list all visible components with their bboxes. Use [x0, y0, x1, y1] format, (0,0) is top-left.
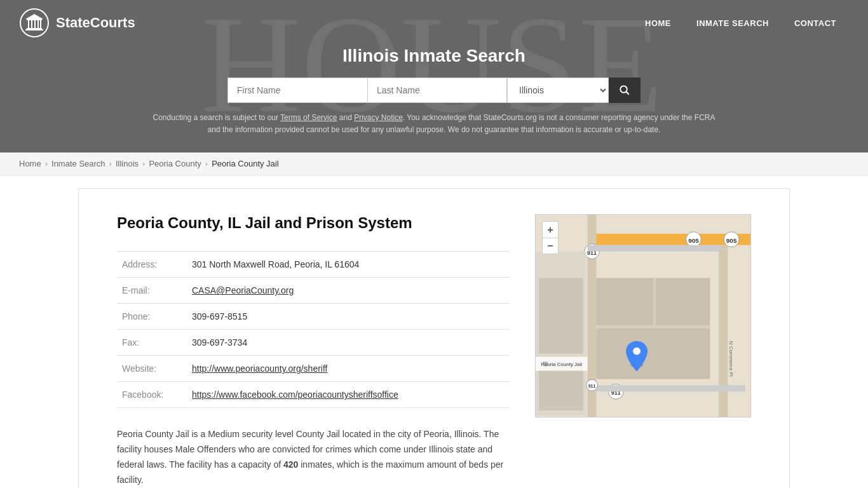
svg-line-11 — [626, 92, 629, 95]
nav-inmate-search[interactable]: INMATE SEARCH — [684, 15, 782, 32]
map-zoom-out[interactable]: − — [542, 238, 559, 254]
svg-text:905: 905 — [688, 237, 699, 244]
email-label: E-mail: — [117, 278, 187, 304]
breadcrumb-peoria-county[interactable]: Peoria County — [149, 159, 201, 168]
facility-details-table: Address: 301 North Maxwell Road, Peoria,… — [117, 251, 510, 408]
description-capacity: 420 — [283, 459, 298, 470]
svg-text:⊞: ⊞ — [543, 360, 548, 367]
top-navigation: StateCourts HOME INMATE SEARCH CONTACT — [0, 0, 868, 46]
svg-rect-36 — [588, 386, 745, 392]
page-title: Illinois Inmate Search — [13, 46, 855, 66]
disclaimer-text: Conducting a search is subject to our Te… — [148, 112, 720, 146]
email-link[interactable]: CASA@PeoriaCounty.org — [192, 285, 294, 295]
search-form: Select State AlabamaAlaskaArizona Arkans… — [13, 78, 855, 103]
header-center: Illinois Inmate Search Select State Alab… — [0, 46, 868, 152]
breadcrumb-sep-3: › — [142, 159, 145, 168]
breadcrumb-sep-1: › — [45, 159, 48, 168]
svg-marker-9 — [25, 14, 43, 19]
fax-value: 309-697-3734 — [187, 330, 510, 356]
page-header: StateCourts HOME INMATE SEARCH CONTACT I… — [0, 0, 868, 152]
map-zoom-in[interactable]: + — [542, 221, 559, 238]
svg-rect-23 — [588, 245, 721, 252]
facebook-label: Facebook: — [117, 382, 187, 408]
map-container: + − 905 905 — [535, 214, 751, 417]
facility-description: Peoria County Jail is a Medium security … — [117, 427, 510, 487]
svg-rect-27 — [596, 329, 710, 379]
main-wrapper: Peoria County, IL Jail and Prison System… — [53, 175, 815, 488]
nav-home[interactable]: HOME — [632, 15, 684, 32]
privacy-link[interactable]: Privacy Notice — [354, 113, 403, 122]
map-controls: + − — [542, 221, 559, 254]
website-link[interactable]: http://www.peoriacounty.org/sheriff — [192, 363, 327, 374]
address-label: Address: — [117, 252, 187, 278]
facility-title: Peoria County, IL Jail and Prison System — [117, 214, 510, 232]
map-panel: + − 905 905 — [535, 214, 751, 487]
svg-rect-4 — [31, 20, 32, 28]
email-value: CASA@PeoriaCounty.org — [187, 278, 510, 304]
search-button[interactable] — [609, 78, 641, 103]
facebook-link[interactable]: https://www.facebook.com/peoriacountyshe… — [192, 390, 398, 400]
svg-rect-26 — [656, 278, 710, 326]
svg-rect-3 — [28, 20, 29, 28]
state-select[interactable]: Select State AlabamaAlaskaArizona Arkans… — [507, 78, 609, 103]
breadcrumb-sep-4: › — [205, 159, 208, 168]
breadcrumb-sep-2: › — [109, 159, 112, 168]
terms-link[interactable]: Terms of Service — [280, 113, 337, 122]
nav-links: HOME INMATE SEARCH CONTACT — [632, 15, 849, 32]
facebook-row: Facebook: https://www.facebook.com/peori… — [117, 382, 510, 408]
website-value: http://www.peoriacounty.org/sheriff — [187, 356, 510, 382]
phone-row: Phone: 309-697-8515 — [117, 304, 510, 330]
svg-rect-7 — [40, 20, 41, 28]
svg-point-38 — [633, 348, 641, 355]
facility-info: Peoria County, IL Jail and Prison System… — [117, 214, 510, 487]
svg-rect-25 — [596, 278, 653, 326]
svg-rect-2 — [25, 29, 43, 30]
website-label: Website: — [117, 356, 187, 382]
svg-text:N Commerce Pl: N Commerce Pl — [728, 341, 734, 377]
facebook-value: https://www.facebook.com/peoriacountyshe… — [187, 382, 510, 408]
svg-rect-29 — [539, 278, 583, 354]
breadcrumb-home[interactable]: Home — [19, 159, 41, 168]
content-card: Peoria County, IL Jail and Prison System… — [78, 188, 790, 488]
last-name-input[interactable] — [367, 78, 507, 103]
logo-icon — [19, 8, 50, 38]
fax-row: Fax: 309-697-3734 — [117, 330, 510, 356]
svg-point-10 — [620, 86, 627, 93]
logo-text: StateCourts — [56, 15, 135, 31]
first-name-input[interactable] — [227, 78, 367, 103]
search-icon — [619, 85, 630, 96]
phone-value: 309-697-8515 — [187, 304, 510, 330]
svg-rect-5 — [34, 20, 36, 28]
svg-rect-8 — [27, 19, 42, 20]
breadcrumb-inmate-search[interactable]: Inmate Search — [51, 159, 105, 168]
website-row: Website: http://www.peoriacounty.org/she… — [117, 356, 510, 382]
map-svg: 905 905 911 N Commerce Pl — [536, 215, 750, 417]
fax-label: Fax: — [117, 330, 187, 356]
nav-contact[interactable]: CONTACT — [782, 15, 849, 32]
breadcrumb: Home › Inmate Search › Illinois › Peoria… — [0, 152, 868, 175]
svg-rect-6 — [37, 20, 39, 28]
site-logo[interactable]: StateCourts — [19, 8, 135, 38]
address-value: 301 North Maxwell Road, Peoria, IL 61604 — [187, 252, 510, 278]
breadcrumb-current: Peoria County Jail — [212, 159, 279, 168]
svg-text:911: 911 — [588, 384, 596, 389]
svg-text:905: 905 — [726, 237, 737, 244]
address-row: Address: 301 North Maxwell Road, Peoria,… — [117, 252, 510, 278]
phone-label: Phone: — [117, 304, 187, 330]
breadcrumb-illinois[interactable]: Illinois — [116, 159, 139, 168]
email-row: E-mail: CASA@PeoriaCounty.org — [117, 278, 510, 304]
